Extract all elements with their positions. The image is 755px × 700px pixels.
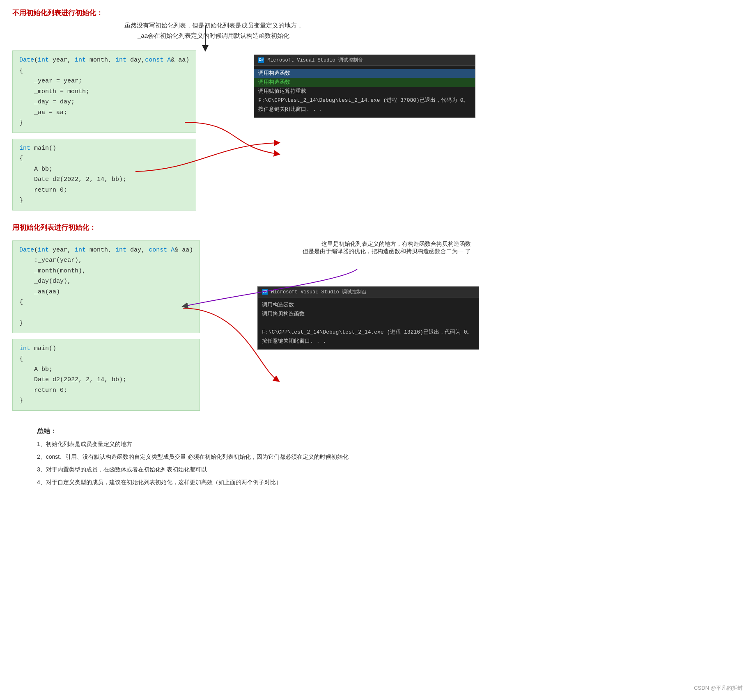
section1-annotation2: _aa会在初始化列表定义的时候调用默认构造函数初始化 bbox=[138, 32, 289, 40]
summary-section: 总结： 1、初始化列表是成员变量定义的地方 2、const、引用、没有默认构造函… bbox=[12, 427, 743, 488]
summary-item1: 1、初始化列表是成员变量定义的地方 bbox=[37, 439, 743, 449]
section1-title: 不用初始化列表进行初始化： bbox=[12, 8, 743, 18]
section1-console: C# Microsoft Visual Studio 调试控制台 调用构造函数 … bbox=[254, 55, 475, 118]
section2-console-content: 调用构造函数 调用拷贝构造函数 F:\C\CPP\test_2_14\Debug… bbox=[258, 297, 479, 349]
section1-code1: Date(int year, int month, int day,const … bbox=[12, 50, 196, 133]
section2-annotation2: 但是是由于编译器的优化，把构造函数和拷贝构造函数合二为一 了 bbox=[257, 248, 471, 255]
vs-icon: C# bbox=[258, 57, 264, 63]
console-line2: 调用构造函数 bbox=[254, 78, 475, 87]
console-line5: 按任意键关闭此窗口. . . bbox=[258, 106, 322, 112]
section2-annotation: 这里是初始化列表定义的地方，有构造函数合拷贝构造函数 但是是由于编译器的优化，把… bbox=[257, 240, 471, 255]
console-line3: 调用赋值运算符重载 bbox=[258, 88, 306, 94]
section1-console-col: C# Microsoft Visual Studio 调试控制台 调用构造函数 … bbox=[254, 55, 475, 118]
section2-right-col: 这里是初始化列表定义的地方，有构造函数合拷贝构造函数 但是是由于编译器的优化，把… bbox=[257, 240, 479, 350]
section1-row: Date(int year, int month, int day,const … bbox=[12, 50, 743, 210]
vs-icon2: C# bbox=[262, 289, 268, 295]
s2-console-line4: F:\C\CPP\test_2_14\Debug\test_2_14.exe (… bbox=[262, 329, 472, 335]
section1-code2: int main() { A bb; Date d2(2022, 2, 14, … bbox=[12, 139, 196, 210]
summary-item3: 3、对于内置类型的成员，在函数体或者在初始化列表初始化都可以 bbox=[37, 464, 743, 475]
summary-title: 总结： bbox=[37, 427, 743, 436]
s2-console-line1: 调用构造函数 bbox=[262, 302, 294, 308]
section1-annotation1: 虽然没有写初始化列表，但是初始化列表是成员变量定义的地方， bbox=[124, 22, 303, 30]
summary-item2: 2、const、引用、没有默认构造函数的自定义类型成员变量 必须在初始化列表初始… bbox=[37, 452, 743, 462]
s2-console-line5: 按任意键关闭此窗口. . . bbox=[262, 338, 326, 344]
section2-code2: int main() { A bb; Date d2(2022, 2, 14, … bbox=[12, 339, 200, 411]
section1-console-title: Microsoft Visual Studio 调试控制台 bbox=[267, 57, 363, 64]
section2-console-title: Microsoft Visual Studio 调试控制台 bbox=[271, 288, 367, 295]
section2-code-col: Date(int year, int month, int day, const… bbox=[12, 240, 200, 411]
section2-code1: Date(int year, int month, int day, const… bbox=[12, 240, 200, 333]
section1-console-titlebar: C# Microsoft Visual Studio 调试控制台 bbox=[254, 55, 475, 66]
section2-container: 用初始化列表进行初始化： Date(int year, int month, i… bbox=[12, 223, 743, 411]
section1-container: 不用初始化列表进行初始化： 虽然没有写初始化列表，但是初始化列表是成员变量定义的… bbox=[12, 8, 743, 210]
section2-console-titlebar: C# Microsoft Visual Studio 调试控制台 bbox=[258, 287, 479, 297]
watermark: CSDN @平凡的拆封 bbox=[694, 684, 743, 692]
section2-annotation1: 这里是初始化列表定义的地方，有构造函数合拷贝构造函数 bbox=[257, 240, 471, 248]
section1-code-col: Date(int year, int month, int day,const … bbox=[12, 50, 196, 210]
section1-console-content: 调用构造函数 调用构造函数 调用赋值运算符重载 F:\C\CPP\test_2_… bbox=[254, 66, 475, 117]
console-line1: 调用构造函数 bbox=[254, 69, 475, 78]
section2-console: C# Microsoft Visual Studio 调试控制台 调用构造函数 … bbox=[257, 286, 479, 350]
console-line4: F:\C\CPP\test_2_14\Debug\test_2_14.exe (… bbox=[258, 97, 468, 103]
summary-item4: 4、对于自定义类型的成员，建议在初始化列表初始化，这样更加高效（如上面的两个例子… bbox=[37, 477, 743, 487]
s2-console-line2: 调用拷贝构造函数 bbox=[262, 311, 305, 317]
section2-title: 用初始化列表进行初始化： bbox=[12, 223, 743, 232]
section2-row: Date(int year, int month, int day, const… bbox=[12, 240, 743, 411]
